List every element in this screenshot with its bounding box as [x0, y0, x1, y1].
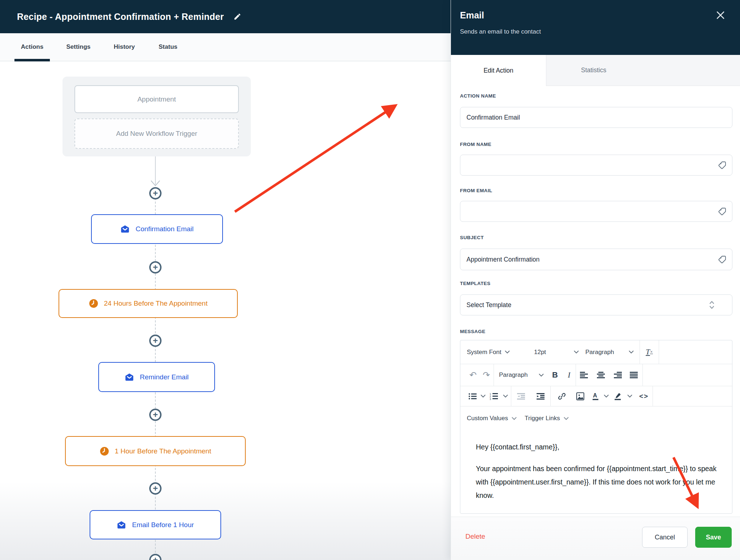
chevron-down-icon[interactable]	[601, 395, 611, 398]
add-new-workflow-trigger-button[interactable]: Add New Workflow Trigger	[74, 119, 239, 149]
workflow-node-wait-24-hours[interactable]: 24 Hours Before The Appointment	[59, 289, 238, 318]
subject-label: SUBJECT	[460, 235, 484, 240]
panel-subtitle: Sends an email to the contact	[460, 28, 541, 35]
workflow-node-wait-1-hour[interactable]: 1 Hour Before The Appointment	[65, 436, 246, 466]
message-body[interactable]: Hey {{contact.first_name}}, Your appoint…	[460, 430, 732, 502]
message-paragraph: Your appointment has been confirmed for …	[476, 462, 718, 502]
add-action-button[interactable]: +	[149, 187, 162, 199]
from-email-input[interactable]	[460, 201, 732, 222]
align-left-icon[interactable]	[576, 371, 593, 379]
insert-link-icon[interactable]	[553, 392, 571, 401]
add-action-button[interactable]: +	[149, 335, 162, 347]
template-select-value: Select Template	[466, 301, 511, 309]
block-format-dropdown[interactable]: Paragraph	[585, 349, 640, 356]
highlight-color-icon[interactable]	[611, 392, 624, 401]
bullet-list-icon[interactable]	[467, 393, 478, 400]
subject-input[interactable]	[460, 249, 732, 270]
add-action-button[interactable]: +	[149, 409, 162, 421]
add-action-button[interactable]: +	[149, 554, 162, 560]
svg-text:2: 2	[490, 395, 491, 398]
text-color-icon[interactable]: A	[590, 392, 601, 401]
node-label: Reminder Email	[140, 373, 189, 381]
undo-icon[interactable]: ↶	[467, 370, 479, 380]
editor-toolbar-row-2: ↶ ↷ Paragraph B I	[460, 364, 732, 386]
connector-arrowhead	[150, 180, 160, 186]
from-name-input[interactable]	[460, 155, 732, 176]
clear-formatting-icon[interactable]: T×	[640, 348, 659, 357]
add-action-button[interactable]: +	[149, 482, 162, 495]
editor-toolbar-row-3: 123 A	[460, 386, 732, 406]
numbered-list-icon[interactable]: 123	[488, 393, 500, 400]
align-right-icon[interactable]	[609, 371, 626, 379]
chevron-down-icon	[539, 374, 544, 377]
edit-title-pencil-icon[interactable]	[233, 13, 241, 21]
chevron-down-icon[interactable]	[478, 395, 488, 398]
select-chevrons-icon	[709, 300, 715, 310]
tab-status[interactable]: Status	[156, 33, 180, 61]
font-family-dropdown[interactable]: System Font	[467, 349, 531, 356]
node-label: 1 Hour Before The Appointment	[115, 447, 211, 455]
action-name-input[interactable]	[460, 107, 732, 128]
workflow-node-confirmation-email[interactable]: Confirmation Email	[91, 214, 223, 244]
workflow-tabs: Actions Settings History Status	[0, 33, 451, 61]
tab-actions[interactable]: Actions	[14, 33, 50, 61]
trigger-links-dropdown[interactable]: Trigger Links	[525, 415, 569, 422]
template-select[interactable]: Select Template	[460, 294, 732, 315]
clock-icon	[100, 447, 109, 456]
trigger-appointment[interactable]: Appointment	[74, 85, 239, 113]
tab-settings[interactable]: Settings	[64, 33, 92, 61]
save-button[interactable]: Save	[695, 527, 732, 548]
workflow-title: Recipe - Appointment Confirmation + Remi…	[17, 12, 224, 22]
chevron-down-icon[interactable]	[500, 395, 511, 398]
message-paragraph: Hey {{contact.first_name}},	[476, 440, 718, 454]
tab-history[interactable]: History	[111, 33, 137, 61]
align-center-icon[interactable]	[593, 371, 609, 379]
workflow-node-reminder-email[interactable]: Reminder Email	[98, 362, 215, 392]
font-size-dropdown[interactable]: 12pt	[531, 349, 585, 356]
chevron-down-icon	[574, 350, 579, 354]
panel-tabs-filler	[641, 55, 740, 86]
email-icon	[125, 372, 134, 382]
tab-statistics[interactable]: Statistics	[546, 55, 641, 86]
outdent-icon[interactable]	[511, 393, 532, 400]
panel-title: Email	[460, 10, 484, 21]
node-label: Email Before 1 Hour	[132, 521, 194, 529]
add-action-button[interactable]: +	[149, 261, 162, 273]
paragraph-format-dropdown[interactable]: Paragraph	[494, 371, 547, 379]
indent-icon[interactable]	[532, 393, 550, 400]
custom-values-dropdown[interactable]: Custom Values	[467, 415, 517, 422]
from-name-label: FROM NAME	[460, 142, 491, 147]
action-name-label: ACTION NAME	[460, 93, 496, 99]
merge-tag-icon[interactable]	[717, 255, 727, 264]
cancel-button[interactable]: Cancel	[642, 527, 688, 548]
align-justify-icon[interactable]	[626, 371, 642, 379]
insert-image-icon[interactable]	[571, 392, 590, 401]
source-code-icon[interactable]: <>	[635, 392, 653, 400]
editor-toolbar-row-1: System Font 12pt Paragraph T×	[460, 340, 732, 364]
bold-icon[interactable]: B	[547, 370, 563, 380]
active-tab-underline	[14, 59, 50, 61]
redo-icon[interactable]: ↷	[479, 370, 494, 380]
italic-icon[interactable]: I	[563, 370, 576, 380]
panel-footer: Delete Cancel Save	[451, 517, 740, 560]
tab-edit-action[interactable]: Edit Action	[451, 55, 546, 86]
chevron-down-icon	[629, 350, 634, 354]
editor-toolbar-row-4: Custom Values Trigger Links	[460, 406, 732, 430]
panel-header: Email Sends an email to the contact	[451, 0, 740, 55]
chevron-down-icon[interactable]	[624, 395, 635, 398]
workflow-node-email-before-1-hour[interactable]: Email Before 1 Hour	[90, 510, 221, 539]
chevron-down-icon	[564, 417, 569, 420]
templates-label: TEMPLATES	[460, 281, 490, 286]
close-icon[interactable]	[715, 10, 726, 20]
trigger-card: Appointment Add New Workflow Trigger	[63, 77, 251, 156]
workflow-header: Recipe - Appointment Confirmation + Remi…	[0, 0, 451, 33]
delete-button[interactable]: Delete	[465, 533, 485, 540]
email-action-panel: Email Sends an email to the contact Edit…	[451, 0, 740, 560]
email-icon	[120, 224, 130, 234]
workflow-builder-app: Recipe - Appointment Confirmation + Remi…	[0, 0, 740, 560]
email-icon	[117, 520, 126, 530]
svg-text:A: A	[593, 392, 597, 399]
merge-tag-icon[interactable]	[717, 207, 727, 216]
merge-tag-icon[interactable]	[717, 160, 727, 170]
chevron-down-icon	[512, 417, 517, 420]
